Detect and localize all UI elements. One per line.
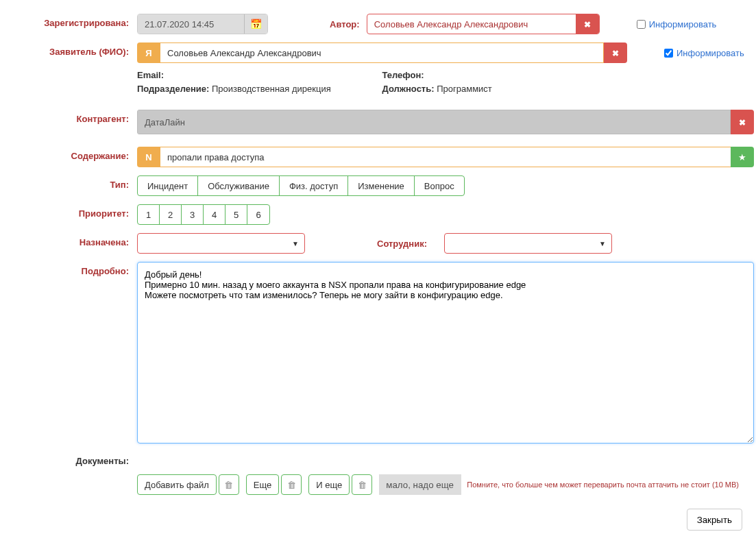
position-row: Должность: Программист [382,84,628,94]
registered-label: Зарегистрирована: [7,14,137,28]
employee-label: Сотрудник: [377,239,427,249]
counterparty-clear-button[interactable] [731,110,754,134]
author-label: Автор: [330,19,360,29]
applicant-field-group: Я Соловьев Александр Александрович [137,42,627,63]
type-option[interactable]: Обслуживание [198,176,280,195]
priority-option[interactable]: 6 [247,205,269,224]
chevron-down-icon: ▼ [599,240,606,247]
details-label: Подробно: [7,262,137,276]
close-icon [584,19,591,29]
close-icon [612,48,619,58]
applicant-self-button[interactable]: Я [137,42,160,63]
inform-author-checkbox[interactable] [637,20,646,29]
more-button[interactable]: Еще [246,474,279,495]
registered-date-value: 21.07.2020 14:45 [138,14,244,34]
priority-option[interactable]: 5 [225,205,247,224]
attachment-note: Помните, что больше чем может переварить… [467,481,739,489]
close-icon [739,117,746,127]
applicant-value[interactable]: Соловьев Александр Александрович [160,42,604,63]
type-option[interactable]: Изменение [348,176,415,195]
priority-option[interactable]: 3 [182,205,204,224]
details-textarea[interactable] [137,262,754,443]
documents-label: Документы: [7,452,137,466]
calendar-icon [250,19,262,29]
registered-date-group: 21.07.2020 14:45 [137,14,268,34]
add-file-button[interactable]: Добавить файл [137,474,217,495]
subject-label: Содержание: [7,147,137,161]
inform-author-label: Информировать [649,19,717,29]
priority-label: Приоритет: [7,204,137,219]
author-clear-button[interactable] [576,14,599,34]
email-row: Email: [137,70,382,80]
subject-n-button[interactable]: N [137,147,160,167]
priority-option[interactable]: 1 [138,205,160,224]
counterparty-value: ДатаЛайн [137,110,731,134]
employee-select[interactable]: ▼ [444,233,612,254]
chevron-down-icon: ▼ [292,240,299,247]
remove-file-button-2[interactable] [281,474,302,495]
phone-row: Телефон: [382,70,628,80]
calendar-button[interactable] [244,14,267,34]
close-button[interactable]: Закрыть [687,509,742,531]
subject-value[interactable]: пропали права доступа [160,147,731,167]
counterparty-label: Контрагент: [7,110,137,124]
priority-option[interactable]: 4 [204,205,225,224]
trash-icon [224,480,233,490]
type-tabs: Инцидент Обслуживание Физ. доступ Измене… [137,175,465,196]
subject-star-button[interactable] [731,147,754,167]
type-option[interactable]: Физ. доступ [280,176,348,195]
applicant-clear-button[interactable] [604,42,627,63]
priority-option[interactable]: 2 [160,205,182,224]
inform-author-block[interactable]: Информировать [634,18,717,31]
department-row: Подразделение: Производственная дирекция [137,84,382,94]
remove-file-button-1[interactable] [219,474,239,495]
and-more-button[interactable]: И еще [308,474,350,495]
assigned-label: Назначена: [7,233,137,247]
need-more-field[interactable] [379,474,461,495]
trash-icon [287,480,296,490]
author-value[interactable]: Соловьев Александр Александрович [367,14,576,34]
inform-applicant-label: Информировать [676,48,744,58]
type-option[interactable]: Инцидент [138,176,198,195]
inform-applicant-checkbox[interactable] [664,49,673,58]
type-label: Тип: [7,175,137,190]
trash-icon [358,480,367,490]
applicant-label: Заявитель (ФИО): [7,42,137,57]
priority-tabs: 1 2 3 4 5 6 [137,204,270,225]
subject-field-group: N пропали права доступа [137,147,754,167]
author-field-group: Соловьев Александр Александрович [367,14,600,34]
counterparty-field-group: ДатаЛайн [137,110,754,134]
assigned-select[interactable]: ▼ [137,233,305,254]
remove-file-button-3[interactable] [352,474,372,495]
inform-applicant-block[interactable]: Информировать [661,47,744,60]
type-option[interactable]: Вопрос [415,176,464,195]
star-icon [738,152,746,162]
